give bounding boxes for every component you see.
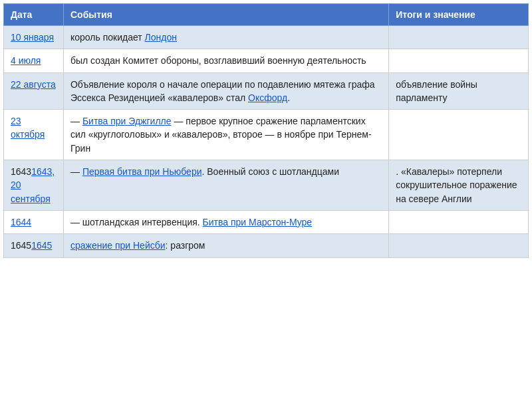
- date-year-prefix: 1645: [11, 240, 31, 251]
- cell-results: [389, 210, 529, 233]
- cell-results: объявление войны парламенту: [389, 72, 529, 110]
- date-year-prefix: 1643: [11, 166, 31, 177]
- cell-date: 16431643, 20 сентября: [4, 160, 64, 211]
- date-link[interactable]: 22 августа: [11, 79, 56, 90]
- cell-date: 23 октября: [4, 110, 64, 160]
- cell-events: — шотландская интервенция. Битва при Мар…: [63, 210, 388, 233]
- cell-events: король покидает Лондон: [63, 26, 388, 49]
- date-link[interactable]: 10 января: [11, 32, 54, 43]
- cell-results: [389, 234, 529, 257]
- history-table: Дата События Итоги и значение 10 январяк…: [3, 3, 529, 258]
- cell-events: был создан Комитет обороны, возглавивший…: [63, 49, 388, 72]
- cell-results: . «Кавалеры» потерпели сокрушительное по…: [389, 160, 529, 211]
- table-row: 16451645сражение при Нейсби: разгром: [4, 234, 529, 257]
- cell-events: — Первая битва при Ньюбери. Военный союз…: [63, 160, 388, 211]
- cell-results: [389, 110, 529, 160]
- cell-date: 22 августа: [4, 72, 64, 110]
- date-link[interactable]: 23 октября: [11, 116, 45, 140]
- header-date: Дата: [4, 4, 64, 26]
- cell-date: 16451645: [4, 234, 64, 257]
- header-events: События: [63, 4, 388, 26]
- date-link[interactable]: 1645: [31, 240, 52, 251]
- cell-date: 4 июля: [4, 49, 64, 72]
- cell-events: — Битва при Эджгилле — первое крупное ср…: [63, 110, 388, 160]
- cell-results: [389, 49, 529, 72]
- date-link[interactable]: 1644: [11, 217, 31, 227]
- table-row: 1644— шотландская интервенция. Битва при…: [4, 210, 529, 233]
- table-row: 10 январякороль покидает Лондон: [4, 26, 529, 49]
- cell-date: 10 января: [4, 26, 64, 49]
- header-results: Итоги и значение: [389, 4, 529, 26]
- table-row: 4 июлябыл создан Комитет обороны, возгла…: [4, 49, 529, 72]
- cell-date: 1644: [4, 210, 64, 233]
- cell-events: Объявление короля о начале операции по п…: [63, 72, 388, 110]
- cell-results: [389, 26, 529, 49]
- table-row: 23 октября— Битва при Эджгилле — первое …: [4, 110, 529, 160]
- table-row: 22 августаОбъявление короля о начале опе…: [4, 72, 529, 110]
- table-row: 16431643, 20 сентября— Первая битва при …: [4, 160, 529, 211]
- date-link[interactable]: 4 июля: [11, 55, 41, 66]
- cell-events: сражение при Нейсби: разгром: [63, 234, 388, 257]
